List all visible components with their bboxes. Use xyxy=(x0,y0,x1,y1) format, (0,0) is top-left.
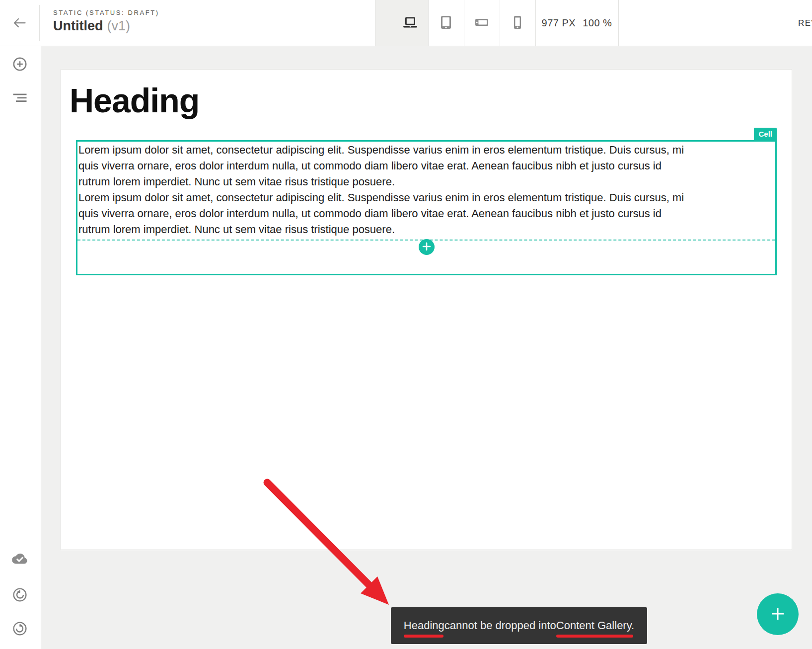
divider xyxy=(375,0,375,46)
redo-icon xyxy=(12,621,27,638)
saved-status-indicator xyxy=(8,548,31,570)
selected-cell[interactable]: Cell Lorem ipsum dolor sit amet, consect… xyxy=(76,140,777,275)
divider xyxy=(500,0,500,46)
toast-word-heading: Heading xyxy=(404,619,444,632)
add-fab[interactable] xyxy=(757,593,799,635)
device-mobile-landscape-button[interactable] xyxy=(471,0,493,46)
toast-word-content-gallery-text: Content Gallery. xyxy=(556,619,634,632)
plus-icon xyxy=(422,242,431,252)
page-canvas[interactable]: Heading Cell Lorem ipsum dolor sit amet,… xyxy=(61,69,792,550)
page-title-block: STATIC (STATUS: DRAFT) Untitled(v1) xyxy=(53,9,159,34)
zoom-level-value: 100 % xyxy=(583,17,612,29)
outline-view-button[interactable] xyxy=(8,87,31,110)
review-button[interactable]: REVIEW xyxy=(798,0,812,46)
cell-badge: Cell xyxy=(754,128,777,140)
undo-icon xyxy=(12,587,27,604)
add-component-button[interactable] xyxy=(419,239,435,255)
cloud-check-icon xyxy=(11,552,29,567)
paragraph-line: Lorem ipsum dolor sit amet, consectetur … xyxy=(78,190,775,206)
paragraph-line: rutrum lorem imperdiet. Nunc ut sem vita… xyxy=(78,222,775,238)
mobile-landscape-icon xyxy=(475,18,489,28)
device-tablet-button[interactable] xyxy=(435,0,457,46)
mobile-portrait-icon xyxy=(514,15,521,31)
back-arrow-icon xyxy=(12,15,27,32)
outline-list-icon xyxy=(13,92,27,105)
annotation-underline-heading xyxy=(404,635,443,638)
left-toolbar xyxy=(0,46,41,649)
toast-notification: Heading cannot be dropped into Content G… xyxy=(391,607,647,644)
laptop-icon xyxy=(403,17,418,30)
heading-component[interactable]: Heading xyxy=(70,81,199,119)
divider xyxy=(39,5,40,41)
undo-button[interactable] xyxy=(8,584,31,607)
viewport-width-value: 977 PX xyxy=(542,17,576,29)
viewport-info: 977 PX 100 % xyxy=(535,0,618,46)
page-title: Untitled xyxy=(53,18,103,33)
circle-plus-icon xyxy=(12,57,27,73)
divider xyxy=(464,0,464,46)
paragraph-line: Lorem ipsum dolor sit amet, consectetur … xyxy=(78,142,775,158)
toast-text-middle: cannot be dropped into xyxy=(444,619,556,632)
divider xyxy=(618,0,619,46)
device-desktop-button[interactable] xyxy=(399,0,421,46)
status-label: STATIC (STATUS: DRAFT) xyxy=(53,9,159,16)
annotation-underline-content-gallery xyxy=(556,635,633,638)
redo-button[interactable] xyxy=(8,618,31,641)
tablet-icon xyxy=(441,15,451,31)
plus-icon xyxy=(768,604,787,625)
paragraph-line: quis viverra ornare, eros dolor interdum… xyxy=(78,206,775,222)
add-component-rail-button[interactable] xyxy=(8,53,31,76)
page-version: (v1) xyxy=(107,18,131,33)
divider xyxy=(428,0,429,46)
back-button[interactable] xyxy=(8,12,31,35)
page-editor: STATIC (STATUS: DRAFT) Untitled(v1) xyxy=(0,0,812,649)
paragraph-line: quis viverra ornare, eros dolor interdum… xyxy=(78,158,775,174)
text-component[interactable]: Lorem ipsum dolor sit amet, consectetur … xyxy=(77,142,775,238)
toast-word-content-gallery: Content Gallery. xyxy=(556,619,634,632)
topbar: STATIC (STATUS: DRAFT) Untitled(v1) xyxy=(0,0,812,46)
paragraph-line: rutrum lorem imperdiet. Nunc ut sem vita… xyxy=(78,174,775,190)
toast-word-heading-text: Heading xyxy=(404,619,444,632)
device-mobile-portrait-button[interactable] xyxy=(507,0,528,46)
